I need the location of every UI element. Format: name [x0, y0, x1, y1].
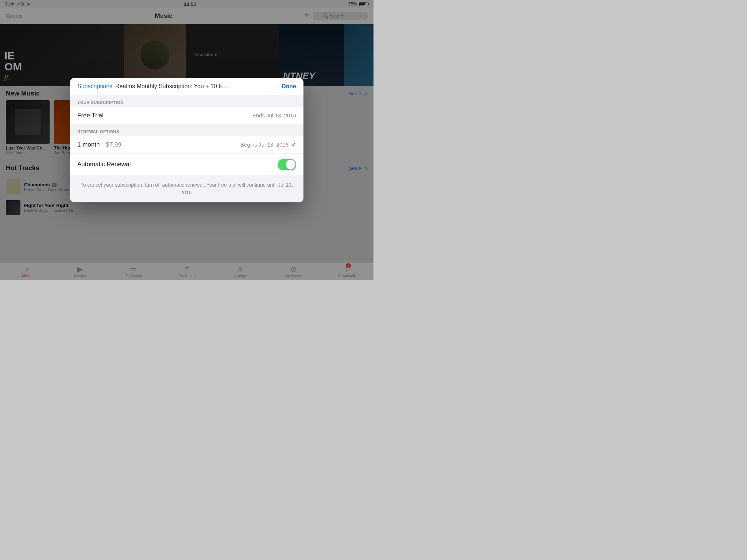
toggle-knob [286, 160, 295, 170]
one-month-row[interactable]: 1 month $7.99 Begins Jul 13, 2016 ✓ [70, 136, 303, 154]
begins-row-right: Begins Jul 13, 2016 ✓ [240, 141, 296, 148]
auto-renewal-toggle[interactable] [278, 159, 296, 170]
renewal-card: 1 month $7.99 Begins Jul 13, 2016 ✓ Auto… [70, 136, 303, 175]
modal-overlay: Subscriptions Realms Monthly Subscriptio… [0, 0, 374, 280]
free-trial-label: Free Trial [77, 112, 104, 119]
modal-breadcrumb[interactable]: Subscriptions [77, 83, 112, 90]
free-trial-end: Ends Jul 13, 2016 [252, 112, 296, 118]
one-month-label: 1 month $7.99 [77, 141, 121, 148]
auto-renewal-label: Automatic Renewal [77, 161, 131, 168]
modal-done-button[interactable]: Done [282, 83, 296, 90]
free-trial-row: Free Trial Ends Jul 13, 2016 [70, 107, 303, 124]
price-tag: $7.99 [106, 141, 121, 148]
modal-header: Subscriptions Realms Monthly Subscriptio… [70, 78, 303, 95]
cancel-info-text: To cancel your subscription, turn off au… [70, 175, 303, 202]
subscription-modal: Subscriptions Realms Monthly Subscriptio… [70, 78, 303, 202]
auto-renewal-row: Automatic Renewal [70, 154, 303, 175]
toggle-container [278, 159, 296, 170]
renewal-options-label: RENEWAL OPTIONS [70, 124, 303, 136]
subscription-card: Free Trial Ends Jul 13, 2016 [70, 107, 303, 124]
your-subscription-label: YOUR SUBSCRIPTION [70, 95, 303, 107]
checkmark-icon: ✓ [291, 141, 296, 148]
modal-title: Realms Monthly Subscription: You + 10 F.… [115, 83, 279, 90]
